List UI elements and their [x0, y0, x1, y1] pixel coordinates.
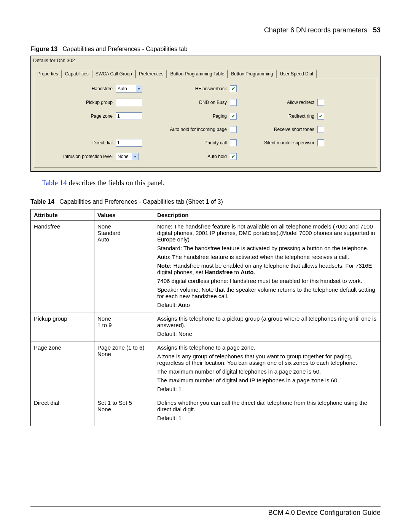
handsfree-select[interactable]: Auto: [116, 85, 142, 93]
chevron-down-icon: [132, 153, 138, 160]
dnd-busy-label: DND on Busy: [150, 100, 230, 105]
cell-attribute: Pickup group: [31, 313, 94, 342]
tab-swca-call-group[interactable]: SWCA Call Group: [92, 70, 135, 78]
priority-call-checkbox[interactable]: [230, 139, 237, 146]
tab-button-programming-table[interactable]: Button Programming Table: [167, 70, 228, 78]
figure-caption-text: Capabilities and Preferences - Capabilit…: [62, 46, 187, 52]
receive-short-tones-checkbox[interactable]: [317, 126, 324, 133]
handsfree-label: Handsfree: [40, 86, 116, 91]
tab-body: Handsfree Auto HF answerback ✔ Pickup gr…: [34, 78, 377, 168]
paging-checkbox[interactable]: ✔: [230, 113, 237, 120]
table-link[interactable]: Table 14: [42, 179, 67, 187]
table-caption: Table 14 Capabilities and Preferences - …: [30, 198, 381, 205]
figure-label: Figure 13: [30, 46, 57, 52]
intrusion-label: Intrusion protection level: [40, 154, 116, 159]
dnd-busy-checkbox[interactable]: [230, 99, 237, 106]
allow-redirect-checkbox[interactable]: [317, 99, 324, 106]
intrusion-select[interactable]: None: [116, 153, 139, 160]
cell-values: Page zone (1 to 6)None: [94, 342, 154, 397]
chapter-header: Chapter 6 DN records parameters 53: [30, 26, 381, 34]
table-caption-text: Capabilities and Preferences - Capabilit…: [59, 198, 223, 205]
handsfree-value: Auto: [116, 86, 129, 91]
page-number: 53: [373, 26, 381, 34]
tab-button-programming[interactable]: Button Programming: [228, 70, 276, 78]
table-row: Page zonePage zone (1 to 6)NoneAssigns t…: [31, 342, 381, 397]
paging-label: Paging: [150, 113, 230, 119]
cell-values: None1 to 9: [94, 313, 154, 342]
capabilities-table: Attribute Values Description HandsfreeNo…: [30, 209, 381, 426]
cell-description: Assigns this telephone to a pickup group…: [154, 313, 381, 342]
auto-hold-label: Auto hold: [150, 154, 230, 159]
intrusion-value: None: [116, 154, 130, 159]
auto-hold-incoming-checkbox[interactable]: [230, 126, 237, 133]
cell-attribute: Handsfree: [31, 221, 94, 313]
th-values: Values: [94, 209, 154, 221]
cell-values: NoneStandardAuto: [94, 221, 154, 313]
cell-description: None: The handsfree feature is not avail…: [154, 221, 381, 313]
cell-attribute: Direct dial: [31, 397, 94, 426]
direct-dial-input[interactable]: 1: [116, 139, 142, 147]
dn-details-panel: Details for DN: 302 Properties Capabilit…: [30, 56, 381, 172]
cell-values: Set 1 to Set 5None: [94, 397, 154, 426]
hf-answerback-label: HF answerback: [150, 86, 230, 91]
figure-caption: Figure 13 Capabilities and Preferences -…: [30, 46, 381, 53]
th-description: Description: [154, 209, 381, 221]
cell-description: Assigns this telephone to a page zone.A …: [154, 342, 381, 397]
tab-capabilities[interactable]: Capabilities: [62, 70, 92, 78]
direct-dial-label: Direct dial: [40, 140, 116, 145]
page-zone-label: Page zone: [40, 113, 116, 119]
table-row: Direct dialSet 1 to Set 5NoneDefines whe…: [31, 397, 381, 426]
receive-short-tones-label: Receive short tones: [245, 127, 317, 132]
silent-monitor-label: Silent monitor supervisor: [245, 140, 317, 145]
panel-title: Details for DN: 302: [31, 56, 380, 65]
footer-text: BCM 4.0 Device Configuration Guide: [30, 509, 381, 517]
redirect-ring-label: Redirect ring: [245, 113, 317, 119]
cell-attribute: Page zone: [31, 342, 94, 397]
cell-description: Defines whether you can call the direct …: [154, 397, 381, 426]
auto-hold-checkbox[interactable]: ✔: [230, 153, 237, 160]
priority-call-label: Priority call: [150, 140, 230, 145]
tab-bar: Properties Capabilities SWCA Call Group …: [31, 69, 380, 78]
chapter-title: Chapter 6 DN records parameters: [264, 26, 367, 34]
redirect-ring-checkbox[interactable]: ✔: [317, 113, 324, 120]
figure-description-rest: describes the fields on this panel.: [67, 179, 165, 187]
tab-user-speed-dial[interactable]: User Speed Dial: [276, 70, 316, 78]
figure-description: Table 14 describes the fields on this pa…: [42, 179, 381, 187]
th-attribute: Attribute: [31, 209, 94, 221]
page-zone-input[interactable]: 1: [116, 112, 142, 120]
table-label: Table 14: [30, 198, 54, 205]
allow-redirect-label: Allow redirect: [245, 100, 317, 105]
pickup-group-input[interactable]: [116, 99, 142, 106]
table-row: HandsfreeNoneStandardAutoNone: The hands…: [31, 221, 381, 313]
chevron-down-icon: [136, 85, 142, 92]
table-row: Pickup groupNone1 to 9Assigns this telep…: [31, 313, 381, 342]
pickup-group-label: Pickup group: [40, 100, 116, 105]
tab-properties[interactable]: Properties: [34, 70, 62, 78]
hf-answerback-checkbox[interactable]: ✔: [230, 85, 237, 92]
tab-preferences[interactable]: Preferences: [135, 70, 167, 78]
silent-monitor-checkbox[interactable]: [317, 139, 324, 146]
auto-hold-incoming-label: Auto hold for incoming page: [150, 127, 230, 132]
